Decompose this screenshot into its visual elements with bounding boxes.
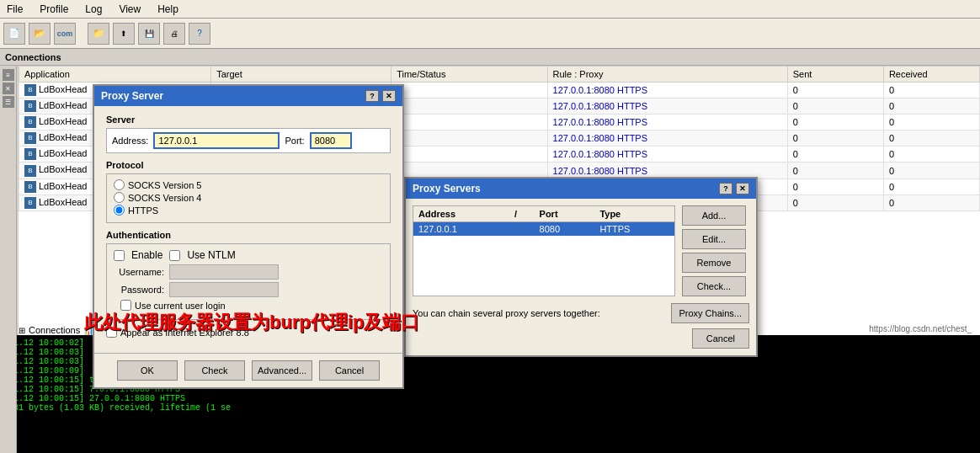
password-input[interactable] <box>169 282 279 297</box>
connections-bar: Connections <box>0 49 980 66</box>
cell-received: 0 <box>883 147 979 163</box>
left-icon-1[interactable]: ≡ <box>3 69 14 81</box>
port-input[interactable] <box>310 132 352 149</box>
ps-row-port: 8080 <box>535 222 595 237</box>
enable-checkbox[interactable] <box>114 250 125 261</box>
left-icon-2[interactable]: ✕ <box>3 83 14 94</box>
ie-label: Appear as Internet Explorer 8.8 <box>120 328 249 338</box>
ps-table: Address / Port Type 127.0.0.1 8080 HTTPS <box>413 205 675 296</box>
print-btn[interactable]: 🖨 <box>163 23 185 45</box>
help-btn[interactable]: ? <box>189 23 210 45</box>
col-target[interactable]: Target <box>211 67 391 83</box>
ps-cancel-btn[interactable]: Cancel <box>692 328 749 349</box>
ps-col-type: Type <box>594 206 674 222</box>
menu-help[interactable]: Help <box>154 3 182 16</box>
proxy-dialog-body: Server Address: Port: Protocol SOCKS Ver… <box>94 106 402 353</box>
socks4-label: SOCKS Version 4 <box>128 193 201 203</box>
menu-view[interactable]: View <box>115 3 144 16</box>
proxy-close-btn[interactable]: ✕ <box>382 90 396 102</box>
ps-check-btn[interactable]: Check... <box>682 276 746 296</box>
ps-col-slash: / <box>509 206 535 222</box>
username-input[interactable] <box>169 264 279 280</box>
proxy-help-btn[interactable]: ? <box>365 90 379 102</box>
cell-sent: 0 <box>787 131 883 147</box>
cancel-btn[interactable]: Cancel <box>319 360 380 381</box>
menu-log[interactable]: Log <box>82 3 105 16</box>
menu-bar: File Profile Log View Help <box>0 0 980 19</box>
proxy-dialog-footer: OK Check Advanced... Cancel <box>94 353 402 387</box>
auth-row1: Enable Use NTLM <box>114 249 383 261</box>
https-label: HTTPS <box>128 205 158 216</box>
import-btn[interactable]: ⬆ <box>113 23 135 45</box>
col-sent[interactable]: Sent <box>787 67 883 83</box>
password-label: Password: <box>114 285 164 295</box>
cell-time <box>391 115 547 131</box>
proxy-servers-help-btn[interactable]: ? <box>719 183 732 195</box>
address-input[interactable] <box>153 132 280 149</box>
auth-section: Enable Use NTLM Username: Password: Use … <box>106 243 391 320</box>
bottom-connections-tab[interactable]: ⊞ Connections 📊 <box>19 325 93 335</box>
cell-sent: 0 <box>787 179 883 195</box>
menu-file[interactable]: File <box>3 3 26 16</box>
ntlm-checkbox[interactable] <box>169 250 180 261</box>
socks5-label: SOCKS Version 5 <box>128 180 201 190</box>
proxy-dialog-titlebar: Proxy Server ? ✕ <box>94 86 402 106</box>
cell-received: 0 <box>883 99 979 115</box>
ps-chain-btn[interactable]: Proxy Chains... <box>671 303 749 323</box>
cell-received: 0 <box>883 83 979 99</box>
cell-time <box>391 131 547 147</box>
log-line: [11.12 10:00:15] 27.0.0.1:8080 HTTPS <box>3 394 977 403</box>
proxy-servers-dialog: Proxy Servers ? ✕ Address / Port Type <box>404 177 758 357</box>
ps-row-address[interactable]: 127.0.0.1 <box>413 222 509 237</box>
ps-col-port: Port <box>535 206 595 222</box>
ok-btn[interactable]: OK <box>117 360 178 381</box>
protocol-socks5-row: SOCKS Version 5 <box>114 179 383 190</box>
left-icon-3[interactable]: ☰ <box>3 96 14 108</box>
cell-received: 0 <box>883 179 979 195</box>
export-btn[interactable]: 💾 <box>138 23 160 45</box>
cell-sent: 0 <box>787 195 883 211</box>
ie-option-row: Appear as Internet Explorer 8.8 <box>106 327 391 338</box>
ps-btn-col: Add... Edit... Remove Check... <box>682 205 749 296</box>
col-received[interactable]: Received <box>883 67 979 83</box>
menu-profile[interactable]: Profile <box>36 3 72 16</box>
ps-edit-btn[interactable]: Edit... <box>682 229 746 249</box>
titlebar-btns: ? ✕ <box>719 183 749 195</box>
ie-checkbox[interactable] <box>106 327 117 338</box>
cell-sent: 0 <box>787 115 883 131</box>
protocol-label: Protocol <box>106 160 391 170</box>
ps-row-slash <box>509 222 535 237</box>
proxy-servers-close-btn[interactable]: ✕ <box>736 183 749 195</box>
col-application[interactable]: Application <box>19 67 211 83</box>
log-line: 1081 bytes (1.03 KB) received, lifetime … <box>3 403 977 413</box>
ps-add-btn[interactable]: Add... <box>682 205 746 226</box>
cell-received: 0 <box>883 131 979 147</box>
check-btn[interactable]: Check <box>184 360 245 381</box>
cell-time <box>391 147 547 163</box>
ps-row-type: HTTPS <box>594 222 674 237</box>
protocol-section: SOCKS Version 5 SOCKS Version 4 HTTPS <box>106 173 391 223</box>
new-btn[interactable]: 📄 <box>3 23 25 45</box>
current-login-checkbox[interactable] <box>120 300 131 311</box>
ps-remove-btn[interactable]: Remove <box>682 253 746 273</box>
toolbar: 📄 📂 com 📁 ⬆ 💾 🖨 ? <box>0 19 980 49</box>
col-proxy[interactable]: Rule : Proxy <box>547 67 787 83</box>
advanced-btn[interactable]: Advanced... <box>252 360 312 381</box>
folder-btn[interactable]: 📁 <box>88 23 109 45</box>
cell-time <box>391 83 547 99</box>
socks4-radio[interactable] <box>114 192 125 203</box>
connections-label: Connections <box>5 52 61 62</box>
ps-col-address: Address <box>413 206 509 222</box>
enable-label: Enable <box>131 249 162 261</box>
cell-proxy: 127.0.0.1:8080 HTTPS <box>547 83 787 99</box>
bottom-tab-label: Connections <box>29 325 80 335</box>
cell-sent: 0 <box>787 99 883 115</box>
cell-sent: 0 <box>787 83 883 99</box>
open-btn[interactable]: 📂 <box>29 23 51 45</box>
save-btn[interactable]: com <box>54 23 76 45</box>
socks5-radio[interactable] <box>114 179 125 190</box>
cell-received: 0 <box>883 195 979 211</box>
left-panel: ≡ ✕ ☰ <box>0 66 17 453</box>
col-time[interactable]: Time/Status <box>391 67 547 83</box>
https-radio[interactable] <box>114 205 125 216</box>
